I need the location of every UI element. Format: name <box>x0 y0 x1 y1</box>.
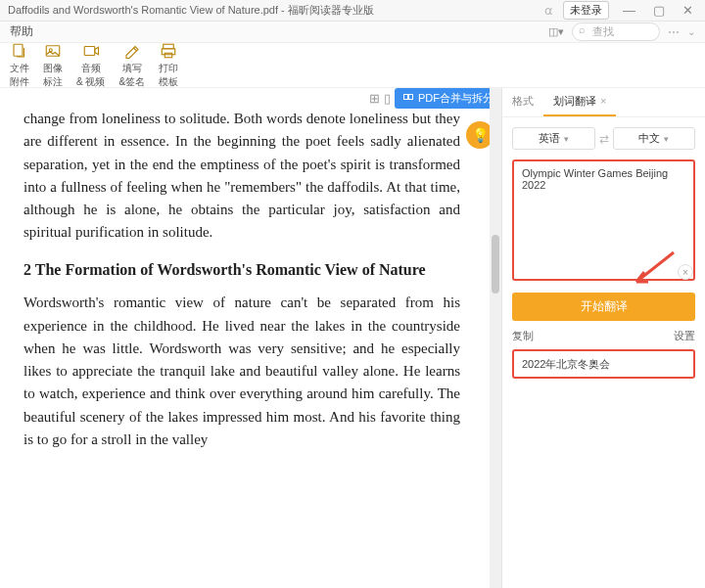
svg-rect-4 <box>164 44 174 49</box>
tool-audio-video[interactable]: 音频 & 视频 <box>76 42 105 89</box>
svg-rect-8 <box>409 94 413 99</box>
tool-file-attachment[interactable]: 文件 附件 <box>10 42 29 89</box>
translate-button[interactable]: 开始翻译 <box>512 293 695 321</box>
view-mode-dropdown[interactable]: ◫▾ <box>548 25 564 38</box>
pdf-merge-split-button[interactable]: PDF合并与拆分 <box>395 88 501 109</box>
swap-lang-icon[interactable]: ⇄ <box>599 132 609 146</box>
tool-fill-sign[interactable]: 填写 &签名 <box>118 42 145 89</box>
tool-print-template[interactable]: 打印 模板 <box>159 42 178 89</box>
window-title: Daffodils and Wordsworth's Romantic View… <box>8 3 544 18</box>
doc-heading: 2 The Formation of Wordsworth's Romantic… <box>24 258 460 283</box>
doc-paragraph: Wordsworth's romantic view of nature can… <box>24 292 460 451</box>
close-icon[interactable]: ✕ <box>679 3 697 18</box>
menu-chevron-icon[interactable]: ⌄ <box>687 26 695 37</box>
menu-help[interactable]: 帮助 <box>10 23 33 40</box>
doc-scrollbar[interactable] <box>490 88 501 588</box>
svg-rect-6 <box>164 53 172 58</box>
translate-input[interactable]: Olympic Winter Games Beijing 2022 <box>512 159 695 281</box>
lang-from-select[interactable]: 英语 <box>512 127 595 150</box>
copy-button[interactable]: 复制 <box>512 329 534 343</box>
ribbon-icon[interactable]: ⍺ <box>544 3 553 18</box>
maximize-icon[interactable]: ▢ <box>649 3 669 18</box>
clear-input-icon[interactable]: × <box>678 264 693 280</box>
view-single-icon[interactable]: ▯ <box>384 91 391 106</box>
lang-to-select[interactable]: 中文 <box>613 127 696 150</box>
svg-rect-0 <box>14 44 23 56</box>
svg-rect-3 <box>84 46 95 55</box>
search-input[interactable]: 查找 <box>572 23 660 41</box>
document-viewer[interactable]: change from loneliness to solitude. Both… <box>0 88 490 588</box>
svg-rect-5 <box>162 48 175 54</box>
tab-close-icon[interactable]: × <box>600 95 606 107</box>
tab-translate[interactable]: 划词翻译× <box>543 88 616 116</box>
minimize-icon[interactable]: — <box>619 3 639 18</box>
settings-button[interactable]: 设置 <box>674 329 695 343</box>
login-button[interactable]: 未登录 <box>563 1 609 20</box>
doc-paragraph: change from loneliness to solitude. Both… <box>24 108 460 245</box>
menu-overflow-icon[interactable]: ⋯ <box>668 25 680 39</box>
tool-image-annotate[interactable]: 图像 标注 <box>43 42 63 89</box>
tab-format[interactable]: 格式 <box>502 88 543 116</box>
translate-output: 2022年北京冬奥会 <box>512 349 695 379</box>
view-grid-icon[interactable]: ⊞ <box>369 91 380 106</box>
svg-rect-7 <box>404 94 408 99</box>
